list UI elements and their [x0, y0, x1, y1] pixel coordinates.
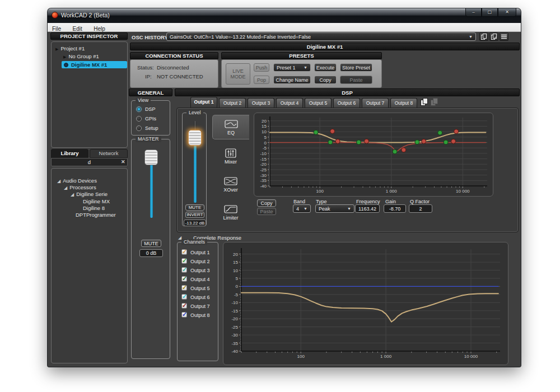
- copy-channel-button[interactable]: [421, 98, 428, 106]
- check-icon: ✓: [182, 284, 187, 291]
- store-preset-button[interactable]: Store Preset: [340, 63, 372, 72]
- tree-item-project[interactable]: ▶Project #1: [55, 45, 85, 52]
- level-fader-track[interactable]: [194, 137, 197, 203]
- lib-item-digiline-8[interactable]: Digiline 8: [83, 205, 105, 211]
- chevron-down-icon[interactable]: ▼: [304, 66, 307, 69]
- tab-output-2[interactable]: Output 2: [219, 98, 246, 108]
- master-fader-track[interactable]: [150, 156, 153, 218]
- execute-button[interactable]: Execute: [314, 63, 337, 72]
- frequency-field[interactable]: 1163.42: [355, 204, 380, 213]
- collapse-triangle-icon[interactable]: ▶: [55, 47, 58, 51]
- mode-eq-button[interactable]: EQ: [212, 115, 249, 139]
- level-mute-button[interactable]: MUTE: [185, 204, 204, 211]
- eq-icon: [225, 119, 238, 129]
- checkbox-output-8[interactable]: ✓: [181, 312, 187, 318]
- checkbox-output-6[interactable]: ✓: [181, 294, 187, 300]
- tab-output-4[interactable]: Output 4: [276, 98, 303, 108]
- svg-text:0: 0: [236, 284, 239, 289]
- svg-text:5: 5: [236, 276, 239, 281]
- change-name-button[interactable]: Change Name: [273, 76, 311, 84]
- chevron-down-icon[interactable]: ▼: [469, 35, 473, 39]
- preset-select[interactable]: Preset 1▼: [273, 63, 311, 72]
- paste-preset-button[interactable]: Paste: [340, 76, 372, 84]
- copy-preset-button[interactable]: Copy: [314, 76, 337, 84]
- gain-field[interactable]: -8.70: [384, 204, 406, 213]
- check-icon: ✓: [182, 266, 187, 273]
- svg-text:10: 10: [262, 129, 267, 134]
- search-input[interactable]: d: [51, 158, 128, 166]
- log-menu-button[interactable]: [500, 32, 508, 41]
- tab-output-3[interactable]: Output 3: [248, 98, 274, 108]
- osc-history-combobox[interactable]: GainsOut: OutCh=1 Value=-13.22 Muted=Fal…: [166, 32, 476, 41]
- lib-item-processors[interactable]: ◢Processors: [64, 184, 96, 190]
- title-bar[interactable]: WorkCAD 2 (Beta) – ▢ ✕: [48, 8, 521, 23]
- tab-library[interactable]: Library: [51, 149, 88, 158]
- expanded-triangle-icon[interactable]: ◢: [64, 185, 67, 190]
- clear-search-icon[interactable]: ✕: [121, 159, 125, 165]
- expanded-triangle-icon[interactable]: ◢: [57, 179, 60, 184]
- copy-band-button[interactable]: Copy: [257, 199, 276, 207]
- type-select[interactable]: Peak▼: [315, 204, 354, 213]
- tab-output-6[interactable]: Output 6: [333, 98, 360, 108]
- close-button[interactable]: ✕: [498, 8, 516, 17]
- main-content: PROJECT INSPECTOR ▶Project #1 ▶No Group …: [48, 32, 521, 367]
- channel-label: Output 2: [190, 259, 210, 264]
- master-fader-handle[interactable]: [144, 150, 158, 165]
- copy-special-button[interactable]: [489, 32, 498, 41]
- lib-item-audio-devices[interactable]: ◢Audio Devices: [57, 178, 97, 184]
- tab-output-1[interactable]: Output 1: [190, 97, 217, 108]
- level-invert-button[interactable]: INVERT: [185, 212, 204, 218]
- check-icon: ✓: [182, 311, 187, 318]
- level-value[interactable]: -13.22 dB: [184, 220, 206, 226]
- collapse-triangle-icon[interactable]: ▶: [63, 55, 66, 59]
- checkbox-output-2[interactable]: ✓: [181, 258, 187, 264]
- radio-dsp[interactable]: [136, 106, 142, 112]
- tree-item-device-selected[interactable]: Digiline MX #1: [62, 61, 127, 68]
- pop-button[interactable]: Pop: [254, 76, 269, 84]
- checkbox-output-5[interactable]: ✓: [181, 285, 187, 291]
- channel-label: Output 7: [190, 304, 210, 309]
- mode-mixer-button[interactable]: Mixer: [212, 144, 249, 169]
- radio-gpis[interactable]: [136, 116, 142, 122]
- minimize-button[interactable]: –: [465, 8, 482, 17]
- expanded-triangle-icon[interactable]: ◢: [71, 192, 74, 197]
- ip-value: NOT CONNECTED: [157, 73, 203, 80]
- checkbox-output-7[interactable]: ✓: [181, 303, 187, 309]
- live-mode-button[interactable]: LIVE MODE: [226, 63, 250, 85]
- mode-xover-label: XOver: [223, 187, 238, 193]
- lib-item-dptprogrammer[interactable]: DPTProgrammer: [76, 212, 116, 218]
- paste-channel-button[interactable]: [431, 98, 438, 106]
- paste-band-button[interactable]: Paste: [257, 208, 276, 215]
- maximize-button[interactable]: ▢: [482, 8, 498, 17]
- copy-log-button[interactable]: [479, 32, 488, 41]
- tab-output-8[interactable]: Output 8: [390, 98, 417, 108]
- svg-text:-40: -40: [260, 184, 267, 189]
- xover-icon: [224, 176, 237, 186]
- svg-text:0: 0: [264, 141, 267, 146]
- master-level-value[interactable]: 0 dB: [139, 249, 163, 257]
- svg-text:-15: -15: [231, 309, 238, 314]
- chevron-down-icon[interactable]: ▼: [304, 207, 307, 211]
- checkbox-output-4[interactable]: ✓: [181, 276, 187, 282]
- push-button[interactable]: Push: [254, 63, 269, 72]
- checkbox-output-3[interactable]: ✓: [181, 267, 187, 273]
- band-select[interactable]: 4▼: [293, 204, 311, 213]
- q-factor-field[interactable]: 2: [409, 204, 432, 213]
- type-label: Type: [316, 199, 327, 204]
- mode-limiter-button[interactable]: Limiter: [212, 200, 249, 225]
- mode-xover-button[interactable]: XOver: [212, 172, 249, 197]
- level-fader-handle[interactable]: [188, 130, 202, 146]
- tab-output-5[interactable]: Output 5: [305, 98, 332, 108]
- svg-text:-5: -5: [234, 292, 239, 297]
- radio-setup[interactable]: [136, 125, 142, 131]
- tree-item-group[interactable]: ▶No Group #1: [63, 53, 99, 59]
- dsp-header: DSP: [175, 88, 520, 96]
- tab-output-7[interactable]: Output 7: [362, 98, 389, 108]
- lib-item-digiline-serie[interactable]: ◢Digiline Serie: [71, 191, 108, 197]
- lib-item-digiline-mx[interactable]: Digiline MX: [83, 198, 110, 204]
- tab-network[interactable]: Network: [90, 149, 128, 158]
- eq-band-chart[interactable]: -40-35-30-25-20-15-10-5051015201001 0001…: [254, 113, 493, 197]
- master-mute-button[interactable]: MUTE: [141, 240, 161, 247]
- chevron-down-icon[interactable]: ▼: [347, 207, 351, 211]
- checkbox-output-1[interactable]: ✓: [181, 249, 187, 255]
